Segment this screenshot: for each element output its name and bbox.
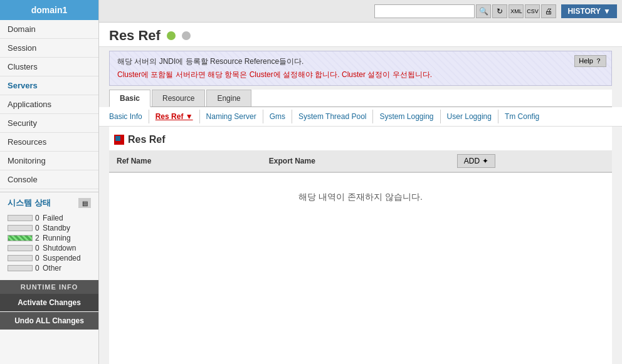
search-area: 🔍 ↻ XML CSV 🖨 (374, 4, 556, 18)
search-button[interactable]: 🔍 (476, 4, 491, 18)
domain-label: domain1 (0, 0, 98, 20)
subnav-system-logging[interactable]: System Logging (373, 110, 440, 123)
print-button[interactable]: 🖨 (541, 4, 556, 18)
search-input[interactable] (374, 4, 475, 18)
system-status-header: 시스템 상태 ▤ (0, 192, 98, 211)
subnav-user-logging[interactable]: User Logging (441, 110, 498, 123)
status-bar-failed (8, 215, 33, 221)
page-header: Res Ref (99, 23, 622, 47)
nav-menu: Domain Session Clusters Servers Applicat… (0, 20, 98, 189)
status-shutdown: 0 Shutdown (8, 244, 91, 252)
subnav-system-thread-pool[interactable]: System Thread Pool (292, 110, 374, 123)
undo-all-changes-button[interactable]: Undo ALL Changes (0, 312, 98, 330)
status-bar-running (8, 235, 33, 241)
tab-basic[interactable]: Basic (109, 90, 150, 107)
status-indicator-grey (182, 31, 191, 40)
xml-button[interactable]: XML (509, 4, 524, 18)
sidebar-item-console[interactable]: Console (0, 170, 98, 189)
sidebar: domain1 Domain Session Clusters Servers … (0, 0, 99, 364)
subnav-gms[interactable]: Gms (263, 110, 292, 123)
subnav-naming-server[interactable]: Naming Server (200, 110, 263, 123)
sidebar-item-session[interactable]: Session (0, 39, 98, 58)
sidebar-item-applications[interactable]: Applications (0, 95, 98, 114)
subnav-res-ref[interactable]: Res Ref ▼ (149, 110, 200, 123)
info-box: Help ？ 해당 서버의 JNDI에 등록할 Resource Referen… (109, 51, 612, 86)
sidebar-item-security[interactable]: Security (0, 114, 98, 133)
status-bar-shutdown (8, 245, 33, 251)
sidebar-item-servers[interactable]: Servers (0, 76, 98, 95)
res-ref-icon (114, 135, 124, 145)
col-ref-name: Ref Name (109, 150, 261, 172)
col-add: ADD ✦ (450, 150, 612, 172)
tab-bar: Basic Resource Engine (109, 90, 612, 107)
empty-message: 해당 내역이 존재하지 않습니다. (109, 172, 612, 222)
subnav-basic-info[interactable]: Basic Info (109, 110, 149, 123)
status-failed: 0 Failed (8, 214, 91, 222)
export-button[interactable]: CSV (525, 4, 540, 18)
info-text: 해당 서버의 JNDI에 등록할 Resource Reference들이다. (117, 56, 604, 67)
status-other: 0 Other (8, 264, 91, 273)
status-bar-other (8, 265, 33, 271)
empty-row: 해당 내역이 존재하지 않습니다. (109, 172, 612, 222)
history-label: HISTORY (567, 7, 601, 16)
status-running: 2 Running (8, 234, 91, 242)
content-area: Res Ref Ref Name Export Name ADD ✦ 해당 내역… (109, 127, 612, 364)
sub-nav: Basic Info Res Ref ▼ Naming Server Gms S… (99, 107, 622, 127)
activate-changes-button[interactable]: Activate Changes (0, 294, 98, 311)
sidebar-item-monitoring[interactable]: Monitoring (0, 152, 98, 170)
content-title: Res Ref (109, 132, 612, 150)
history-button[interactable]: HISTORY ▼ (561, 4, 617, 18)
sidebar-item-resources[interactable]: Resources (0, 133, 98, 152)
sidebar-item-clusters[interactable]: Clusters (0, 58, 98, 76)
runtime-info-label: RUNTIME INFO (0, 280, 98, 294)
topbar: 🔍 ↻ XML CSV 🖨 HISTORY ▼ (99, 0, 622, 23)
tab-engine[interactable]: Engine (206, 90, 251, 107)
status-indicator-green (167, 31, 176, 40)
main-content: 🔍 ↻ XML CSV 🖨 HISTORY ▼ Res Ref Help ？ 해… (99, 0, 622, 364)
status-list: 0 Failed 0 Standby 2 Running 0 Shutdown … (0, 211, 98, 275)
tab-resource[interactable]: Resource (152, 90, 205, 107)
system-status-icon-btn[interactable]: ▤ (78, 198, 91, 208)
history-dropdown-icon: ▼ (603, 7, 611, 16)
add-button[interactable]: ADD ✦ (457, 154, 495, 168)
page-title: Res Ref (109, 28, 161, 44)
data-table: Ref Name Export Name ADD ✦ 해당 내역이 존재하지 않… (109, 150, 612, 222)
refresh-button[interactable]: ↻ (492, 4, 507, 18)
content-title-text: Res Ref (128, 134, 166, 145)
help-button[interactable]: Help ？ (574, 55, 606, 67)
status-bar-suspended (8, 255, 33, 261)
subnav-tm-config[interactable]: Tm Config (498, 110, 546, 123)
status-bar-standby (8, 225, 33, 231)
info-warning: Cluster에 포함될 서버라면 해당 항목은 Cluster에 설정해야 합… (117, 70, 604, 80)
status-suspended: 0 Suspended (8, 254, 91, 263)
col-export-name: Export Name (261, 150, 450, 172)
status-standby: 0 Standby (8, 224, 91, 232)
sidebar-item-domain[interactable]: Domain (0, 20, 98, 39)
system-status-title: 시스템 상태 (8, 197, 51, 209)
